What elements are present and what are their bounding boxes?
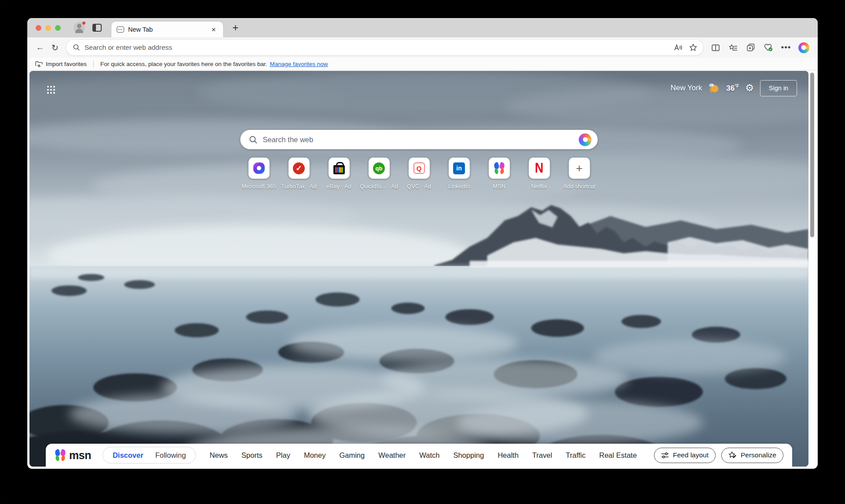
feed-nav: News Sports Play Money Gaming Weather Wa… xyxy=(209,451,637,460)
nav-play[interactable]: Play xyxy=(276,451,290,460)
favorites-list-icon[interactable] xyxy=(724,40,742,55)
qvc-logo: Q xyxy=(413,162,425,174)
weather-temperature[interactable]: 36°F xyxy=(726,84,739,93)
sliders-icon xyxy=(661,452,669,459)
new-tab-button[interactable]: + xyxy=(229,21,242,34)
tab-title: New Tab xyxy=(128,26,209,33)
new-tab-page-icon xyxy=(117,26,124,33)
copilot-icon[interactable] xyxy=(579,133,592,146)
notification-dot xyxy=(82,21,86,25)
add-shortcut-button[interactable]: + Add shortcut xyxy=(559,158,599,190)
ebay-bag-logo xyxy=(333,165,345,174)
apps-grid-icon[interactable] xyxy=(47,86,56,95)
favorites-bar-message: For quick access, place your favorites h… xyxy=(100,61,267,67)
weather-location[interactable]: New York xyxy=(670,84,702,92)
browser-essentials-icon[interactable] xyxy=(760,40,777,55)
toolbar: ← ↻ ••• xyxy=(27,37,818,58)
macos-close-button[interactable] xyxy=(36,25,41,31)
web-search-box[interactable] xyxy=(240,130,598,149)
more-options-icon[interactable]: ••• xyxy=(777,40,795,55)
page-settings-gear-icon[interactable]: ⚙ xyxy=(745,83,754,93)
favorites-bar-divider xyxy=(93,61,94,67)
macos-minimize-button[interactable] xyxy=(45,25,51,31)
nav-money[interactable]: Money xyxy=(304,451,326,460)
msn-brand[interactable]: msn xyxy=(55,449,91,462)
nav-gaming[interactable]: Gaming xyxy=(339,451,365,460)
search-icon xyxy=(249,136,257,144)
search-icon xyxy=(73,44,80,51)
collections-icon[interactable] xyxy=(742,40,760,55)
nav-travel[interactable]: Travel xyxy=(532,451,552,460)
turbotax-logo: ✓ xyxy=(293,162,305,174)
read-aloud-icon[interactable] xyxy=(671,40,686,55)
avatar-body xyxy=(75,29,83,33)
star-pencil-icon xyxy=(728,451,737,459)
plus-icon: + xyxy=(576,162,582,175)
sign-in-button[interactable]: Sign in xyxy=(760,80,797,96)
shortcut-msn[interactable]: MSN xyxy=(479,158,519,190)
tab-new-tab[interactable]: New Tab ✕ xyxy=(111,22,223,37)
nav-weather[interactable]: Weather xyxy=(378,451,406,460)
msn-wordmark: msn xyxy=(69,449,91,462)
msn-butterfly-logo xyxy=(55,449,66,461)
manage-favorites-link[interactable]: Manage favorites now xyxy=(270,61,328,67)
copilot-icon[interactable] xyxy=(795,40,812,55)
feed-layout-button[interactable]: Feed layout xyxy=(654,448,716,463)
feed-actions: Feed layout Personalize xyxy=(654,448,783,463)
shortcut-netflix[interactable]: N Netflix xyxy=(519,158,559,190)
nav-real-estate[interactable]: Real Estate xyxy=(599,451,637,460)
tab-following[interactable]: Following xyxy=(155,451,186,460)
microsoft-365-logo xyxy=(253,162,265,174)
shortcut-microsoft-365[interactable]: Microsoft 365 xyxy=(239,158,279,190)
import-favorites-icon xyxy=(35,61,43,67)
import-favorites-button[interactable]: Import favorites xyxy=(46,61,87,67)
shortcut-quickbooks[interactable]: qb QuickBo... · Ad xyxy=(359,158,399,190)
split-screen-icon[interactable] xyxy=(707,40,724,55)
tab-activity-icon[interactable] xyxy=(92,24,102,32)
feed-tab-switcher: Discover Following xyxy=(103,447,196,464)
shortcut-turbotax[interactable]: ✓ TurboTax · Ad xyxy=(279,158,319,190)
address-input[interactable] xyxy=(84,44,671,52)
scrollbar-track[interactable] xyxy=(808,71,816,467)
ntp-header-right: New York 36°F ⚙ Sign in xyxy=(670,80,797,96)
nav-health[interactable]: Health xyxy=(498,451,519,460)
tab-close-icon[interactable]: ✕ xyxy=(209,26,218,34)
avatar-head xyxy=(77,24,81,28)
nav-shopping[interactable]: Shopping xyxy=(453,451,484,460)
shortcut-linkedin[interactable]: in LinkedIn xyxy=(439,158,479,190)
web-search-input[interactable] xyxy=(263,136,579,144)
browser-window: New Tab ✕ + ← ↻ xyxy=(27,18,818,469)
tab-discover[interactable]: Discover xyxy=(113,451,143,460)
shortcut-qvc[interactable]: Q QVC · Ad xyxy=(399,158,439,190)
linkedin-logo: in xyxy=(453,162,465,174)
favorites-bar: Import favorites For quick access, place… xyxy=(27,58,818,70)
netflix-logo: N xyxy=(535,160,544,176)
tab-strip: New Tab ✕ + xyxy=(27,18,818,37)
moon-cloud-icon xyxy=(708,82,720,94)
nav-traffic[interactable]: Traffic xyxy=(566,451,586,460)
scrollbar-thumb[interactable] xyxy=(810,73,814,237)
profile-avatar[interactable] xyxy=(73,22,85,33)
address-bar[interactable] xyxy=(66,40,703,55)
shortcut-ebay[interactable]: eBay · Ad xyxy=(319,158,359,190)
personalize-button[interactable]: Personalize xyxy=(721,448,783,463)
favorite-star-icon[interactable] xyxy=(686,40,701,55)
macos-zoom-button[interactable] xyxy=(55,25,61,31)
msn-butterfly-logo xyxy=(493,162,505,174)
msn-feed-bar: msn Discover Following News Sports Play … xyxy=(46,444,792,467)
refresh-icon[interactable]: ↻ xyxy=(48,40,62,55)
quick-links-row: Microsoft 365 ✓ TurboTax · Ad eBay · Ad … xyxy=(239,158,599,190)
quickbooks-logo: qb xyxy=(373,162,385,174)
new-tab-page: New York 36°F ⚙ Sign in xyxy=(29,71,808,467)
back-icon[interactable]: ← xyxy=(33,40,48,55)
nav-watch[interactable]: Watch xyxy=(419,451,440,460)
nav-news[interactable]: News xyxy=(209,451,228,460)
nav-sports[interactable]: Sports xyxy=(242,451,263,460)
